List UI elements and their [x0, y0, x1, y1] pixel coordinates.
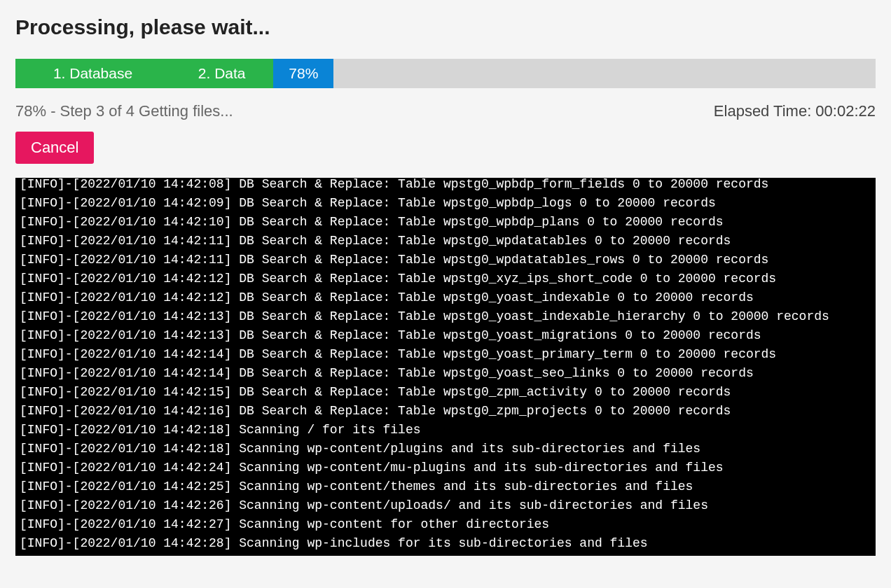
log-wrapper: [INFO]-[2022/01/10 14:42:08] DB Search &… [15, 178, 876, 556]
log-line: [INFO]-[2022/01/10 14:42:26] Scanning wp… [20, 496, 871, 515]
log-line: [INFO]-[2022/01/10 14:42:24] Scanning wp… [20, 458, 871, 477]
log-line: [INFO]-[2022/01/10 14:42:27] Scanning wp… [20, 515, 871, 534]
log-line: [INFO]-[2022/01/10 14:42:15] DB Search &… [20, 383, 871, 402]
log-line: [INFO]-[2022/01/10 14:42:09] DB Search &… [20, 194, 871, 213]
log-line: [INFO]-[2022/01/10 14:42:13] DB Search &… [20, 326, 871, 345]
log-line: [INFO]-[2022/01/10 14:42:12] DB Search &… [20, 270, 871, 288]
log-console[interactable]: [INFO]-[2022/01/10 14:42:08] DB Search &… [15, 178, 876, 556]
log-line: [INFO]-[2022/01/10 14:42:12] DB Search &… [20, 288, 871, 307]
log-line: [INFO]-[2022/01/10 14:42:18] Scanning wp… [20, 440, 871, 458]
log-line: [INFO]-[2022/01/10 14:42:10] DB Search &… [20, 213, 871, 232]
log-line: [INFO]-[2022/01/10 14:42:14] DB Search &… [20, 345, 871, 364]
log-line: [INFO]-[2022/01/10 14:42:08] DB Search &… [20, 178, 871, 194]
log-line: [INFO]-[2022/01/10 14:42:28] Scanning wp… [20, 534, 871, 553]
log-line: [INFO]-[2022/01/10 14:42:16] DB Search &… [20, 402, 871, 421]
progress-step-database: 1. Database [15, 59, 170, 88]
page-title: Processing, please wait... [15, 15, 876, 39]
progress-step-data: 2. Data [170, 59, 273, 88]
elapsed-time: Elapsed Time: 00:02:22 [714, 102, 876, 120]
progress-percent: 78% [273, 59, 333, 88]
status-text: 78% - Step 3 of 4 Getting files... [15, 102, 233, 120]
log-line: [INFO]-[2022/01/10 14:42:25] Scanning wp… [20, 477, 871, 496]
cancel-button[interactable]: Cancel [15, 132, 94, 164]
log-line: [INFO]-[2022/01/10 14:42:14] DB Search &… [20, 364, 871, 383]
log-line: [INFO]-[2022/01/10 14:42:13] DB Search &… [20, 307, 871, 326]
progress-bar: 1. Database 2. Data 78% [15, 59, 876, 88]
log-line: [INFO]-[2022/01/10 14:42:18] Scanning / … [20, 421, 871, 440]
log-line: [INFO]-[2022/01/10 14:42:11] DB Search &… [20, 251, 871, 270]
status-row: 78% - Step 3 of 4 Getting files... Elaps… [15, 102, 876, 120]
log-line: [INFO]-[2022/01/10 14:42:11] DB Search &… [20, 232, 871, 251]
